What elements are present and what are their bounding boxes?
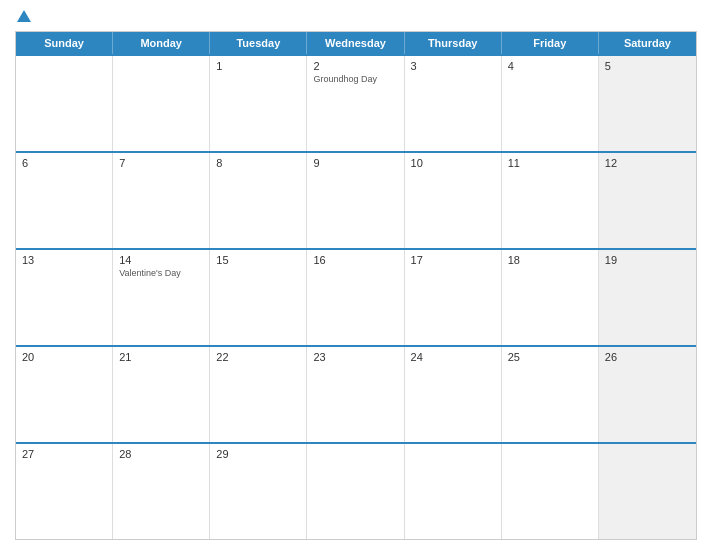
weekday-header-thursday: Thursday [405, 32, 502, 54]
day-number: 24 [411, 351, 495, 363]
day-number: 19 [605, 254, 690, 266]
cal-cell: 26 [599, 347, 696, 442]
cal-cell: 24 [405, 347, 502, 442]
weekday-header-saturday: Saturday [599, 32, 696, 54]
day-number: 6 [22, 157, 106, 169]
week-row-0: 12Groundhog Day345 [16, 54, 696, 151]
day-number: 13 [22, 254, 106, 266]
header [15, 10, 697, 23]
cal-cell: 13 [16, 250, 113, 345]
cal-cell [502, 444, 599, 539]
logo [15, 10, 31, 23]
week-row-4: 272829 [16, 442, 696, 539]
day-number: 4 [508, 60, 592, 72]
cal-cell: 1 [210, 56, 307, 151]
holiday-label: Groundhog Day [313, 74, 397, 85]
cal-cell: 12 [599, 153, 696, 248]
cal-cell: 16 [307, 250, 404, 345]
cal-cell: 18 [502, 250, 599, 345]
day-number: 21 [119, 351, 203, 363]
cal-cell: 9 [307, 153, 404, 248]
cal-cell [16, 56, 113, 151]
cal-cell: 5 [599, 56, 696, 151]
holiday-label: Valentine's Day [119, 268, 203, 279]
day-number: 2 [313, 60, 397, 72]
calendar-grid: SundayMondayTuesdayWednesdayThursdayFrid… [15, 31, 697, 540]
day-number: 20 [22, 351, 106, 363]
weekday-header-wednesday: Wednesday [307, 32, 404, 54]
cal-cell [113, 56, 210, 151]
cal-cell: 25 [502, 347, 599, 442]
cal-cell: 23 [307, 347, 404, 442]
day-number: 11 [508, 157, 592, 169]
cal-cell: 4 [502, 56, 599, 151]
calendar-body: 12Groundhog Day34567891011121314Valentin… [16, 54, 696, 539]
cal-cell: 29 [210, 444, 307, 539]
logo-triangle-icon [17, 10, 31, 22]
weekday-header-friday: Friday [502, 32, 599, 54]
weekday-header-sunday: Sunday [16, 32, 113, 54]
cal-cell: 2Groundhog Day [307, 56, 404, 151]
day-number: 14 [119, 254, 203, 266]
day-number: 12 [605, 157, 690, 169]
day-number: 7 [119, 157, 203, 169]
cal-cell [599, 444, 696, 539]
day-number: 17 [411, 254, 495, 266]
cal-cell: 11 [502, 153, 599, 248]
cal-cell: 27 [16, 444, 113, 539]
day-number: 5 [605, 60, 690, 72]
weekday-header-monday: Monday [113, 32, 210, 54]
day-number: 28 [119, 448, 203, 460]
cal-cell: 28 [113, 444, 210, 539]
week-row-2: 1314Valentine's Day1516171819 [16, 248, 696, 345]
day-number: 25 [508, 351, 592, 363]
day-number: 15 [216, 254, 300, 266]
cal-cell: 21 [113, 347, 210, 442]
day-number: 18 [508, 254, 592, 266]
cal-cell: 10 [405, 153, 502, 248]
day-number: 8 [216, 157, 300, 169]
day-number: 29 [216, 448, 300, 460]
cal-cell: 3 [405, 56, 502, 151]
week-row-3: 20212223242526 [16, 345, 696, 442]
cal-cell: 8 [210, 153, 307, 248]
day-number: 23 [313, 351, 397, 363]
day-number: 22 [216, 351, 300, 363]
weekday-header-row: SundayMondayTuesdayWednesdayThursdayFrid… [16, 32, 696, 54]
cal-cell: 6 [16, 153, 113, 248]
cal-cell [307, 444, 404, 539]
cal-cell [405, 444, 502, 539]
day-number: 3 [411, 60, 495, 72]
day-number: 10 [411, 157, 495, 169]
cal-cell: 22 [210, 347, 307, 442]
week-row-1: 6789101112 [16, 151, 696, 248]
day-number: 9 [313, 157, 397, 169]
cal-cell: 17 [405, 250, 502, 345]
calendar-page: SundayMondayTuesdayWednesdayThursdayFrid… [0, 0, 712, 550]
day-number: 26 [605, 351, 690, 363]
cal-cell: 15 [210, 250, 307, 345]
day-number: 16 [313, 254, 397, 266]
day-number: 27 [22, 448, 106, 460]
weekday-header-tuesday: Tuesday [210, 32, 307, 54]
cal-cell: 7 [113, 153, 210, 248]
day-number: 1 [216, 60, 300, 72]
cal-cell: 14Valentine's Day [113, 250, 210, 345]
cal-cell: 19 [599, 250, 696, 345]
cal-cell: 20 [16, 347, 113, 442]
